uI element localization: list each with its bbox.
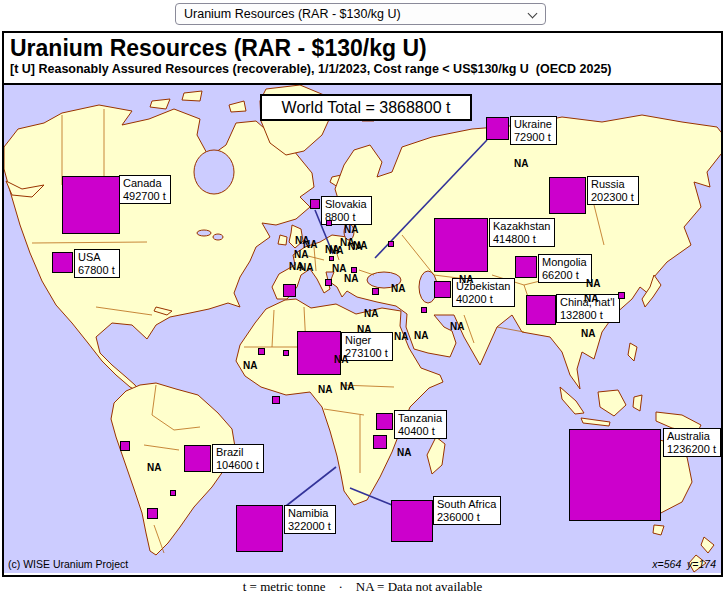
country-name: USA <box>78 251 115 264</box>
country-name: Brazil <box>216 446 259 459</box>
minor-marker <box>283 284 296 297</box>
country-label-russia: Russia202300 t <box>587 176 639 205</box>
minor-marker <box>325 279 332 286</box>
na-label: NA <box>344 273 358 284</box>
na-label: NA <box>299 262 313 273</box>
country-square-canada <box>62 176 120 234</box>
country-square-slovakia <box>310 199 320 209</box>
minor-marker <box>283 350 289 356</box>
na-label: NA <box>348 241 362 252</box>
minor-marker <box>258 348 265 355</box>
na-label: NA <box>325 244 339 255</box>
country-name: South Africa <box>437 498 496 511</box>
country-value: 72900 t <box>514 131 552 144</box>
minor-marker <box>372 288 379 295</box>
country-value: 1236200 t <box>667 443 716 456</box>
minor-marker <box>147 508 158 519</box>
na-label: NA <box>450 321 464 332</box>
world-total-box: World Total = 3868800 t <box>260 94 472 121</box>
country-value: 273100 t <box>345 347 388 360</box>
country-value: 492700 t <box>123 190 166 203</box>
country-value: 132800 t <box>560 309 615 322</box>
country-label-niger: Niger273100 t <box>341 332 393 361</box>
country-value: 40400 t <box>398 425 442 438</box>
country-value: 322000 t <box>288 520 331 533</box>
na-label: NA <box>318 384 332 395</box>
na-label: NA <box>514 158 528 169</box>
na-label: NA <box>147 462 161 473</box>
country-square-niger <box>297 331 341 375</box>
country-name: Canada <box>123 177 166 190</box>
minor-marker <box>170 490 176 496</box>
callout-line-south-africa <box>350 488 392 505</box>
na-label: NA <box>364 308 378 319</box>
na-label: NA <box>391 283 405 294</box>
map-frame: Uranium Resources (RAR - $130/kg U) [t U… <box>2 31 723 577</box>
country-name: Kazakhstan <box>493 220 550 233</box>
na-label: NA <box>357 324 371 335</box>
country-name: Australia <box>667 430 716 443</box>
na-label: NA <box>581 328 595 339</box>
callout-line-namibia <box>286 467 336 506</box>
country-value: 414800 t <box>493 233 550 246</box>
copyright-text: (c) WISE Uranium Project <box>8 558 128 570</box>
na-label: NA <box>294 249 308 260</box>
minor-marker <box>618 292 625 299</box>
country-square-china-natl <box>526 295 556 325</box>
cursor-coordinates: x=564 y=174 <box>652 558 716 570</box>
na-label: NA <box>394 331 408 342</box>
minor-marker <box>120 441 130 451</box>
country-label-namibia: Namibia322000 t <box>284 505 336 534</box>
country-square-namibia <box>236 505 283 552</box>
na-label: NA <box>397 447 411 458</box>
world-map[interactable]: Canada492700 tUSA67800 tUkraine72900 tRu… <box>4 85 721 573</box>
country-square-usa <box>52 252 73 273</box>
country-name: Namibia <box>288 507 331 520</box>
country-value: 66200 t <box>542 269 587 282</box>
country-name: Mongolia <box>542 256 587 269</box>
country-value: 202300 t <box>591 191 634 204</box>
country-value: 104600 t <box>216 459 259 472</box>
minor-marker <box>272 396 280 404</box>
map-topic-select[interactable]: Uranium Resources (RAR - $130/kg U) <box>175 3 546 25</box>
page-title: Uranium Resources (RAR - $130/kg U) <box>10 35 715 62</box>
na-label: NA <box>586 278 600 289</box>
chevron-down-icon <box>528 9 538 19</box>
country-value: 40200 t <box>456 293 510 306</box>
country-label-south-africa: South Africa236000 t <box>433 496 501 525</box>
country-square-tanzania <box>376 413 393 430</box>
page-subtitle: [t U] Reasonably Assured Resources (reco… <box>10 62 715 77</box>
country-square-kazakhstan <box>434 218 488 272</box>
minor-marker <box>326 220 332 226</box>
country-name: Tanzania <box>398 412 442 425</box>
minor-marker <box>388 241 394 247</box>
country-label-tanzania: Tanzania40400 t <box>394 410 447 439</box>
country-label-ukraine: Ukraine72900 t <box>510 116 557 145</box>
country-value: 67800 t <box>78 264 115 277</box>
country-square-south-africa <box>391 500 433 542</box>
map-topic-select-value: Uranium Resources (RAR - $130/kg U) <box>184 7 401 21</box>
country-label-australia: Australia1236200 t <box>663 428 721 457</box>
country-label-usa: USA67800 t <box>74 249 120 278</box>
map-header: Uranium Resources (RAR - $130/kg U) [t U… <box>4 33 721 85</box>
country-label-canada: Canada492700 t <box>119 175 171 204</box>
minor-marker <box>329 256 334 261</box>
na-label: NA <box>344 224 358 235</box>
minor-marker <box>421 307 427 313</box>
country-name: Slovakia <box>325 198 367 211</box>
na-label: NA <box>340 381 354 392</box>
na-label: NA <box>414 330 428 341</box>
na-label: NA <box>334 354 348 365</box>
country-square-australia <box>569 429 661 521</box>
country-value: 236000 t <box>437 511 496 524</box>
country-label-kazakhstan: Kazakhstan414800 t <box>489 218 555 247</box>
map-legend: t = metric tonne · NA = Data not availab… <box>0 579 725 592</box>
minor-marker <box>373 435 387 449</box>
country-label-brazil: Brazil104600 t <box>212 444 264 473</box>
country-square-mongolia <box>515 256 537 278</box>
country-name: Ukraine <box>514 118 552 131</box>
country-name: Russia <box>591 178 634 191</box>
na-label: NA <box>243 360 257 371</box>
na-label: NA <box>584 293 598 304</box>
country-name: Niger <box>345 334 388 347</box>
